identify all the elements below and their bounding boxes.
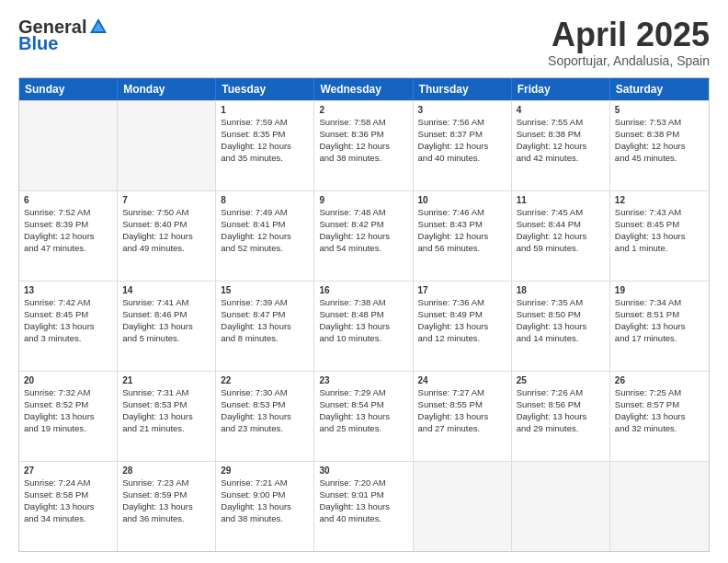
logo-blue-text: Blue	[18, 33, 58, 54]
calendar-cell: 28Sunrise: 7:23 AMSunset: 8:59 PMDayligh…	[118, 462, 216, 551]
day-detail: Daylight: 13 hours	[221, 501, 309, 513]
day-detail: and 8 minutes.	[221, 333, 309, 345]
calendar-row-0: 1Sunrise: 7:59 AMSunset: 8:35 PMDaylight…	[19, 100, 709, 190]
day-detail: and 3 minutes.	[24, 333, 112, 345]
day-detail: Sunset: 8:36 PM	[319, 129, 407, 141]
day-detail: Sunset: 8:37 PM	[418, 129, 506, 141]
day-detail: and 32 minutes.	[615, 423, 704, 435]
day-number: 10	[418, 194, 506, 207]
day-number: 21	[122, 374, 210, 387]
calendar-cell: 19Sunrise: 7:34 AMSunset: 8:51 PMDayligh…	[610, 282, 709, 371]
day-detail: Sunrise: 7:48 AM	[319, 207, 407, 219]
calendar-row-1: 6Sunrise: 7:52 AMSunset: 8:39 PMDaylight…	[19, 190, 709, 281]
day-number: 23	[319, 374, 407, 387]
day-detail: and 59 minutes.	[517, 243, 605, 255]
header-sunday: Sunday	[19, 78, 118, 100]
day-detail: Sunset: 9:00 PM	[221, 489, 309, 501]
day-number: 8	[221, 194, 309, 207]
page: General Blue April 2025 Soportujar, Anda…	[0, 0, 728, 563]
calendar-body: 1Sunrise: 7:59 AMSunset: 8:35 PMDaylight…	[19, 100, 709, 551]
day-detail: Daylight: 13 hours	[517, 321, 605, 333]
day-detail: and 19 minutes.	[24, 423, 112, 435]
day-number: 29	[221, 465, 309, 477]
day-number: 2	[319, 104, 407, 117]
day-detail: Sunset: 8:38 PM	[517, 129, 605, 141]
day-detail: Sunrise: 7:43 AM	[615, 207, 704, 219]
day-detail: Sunrise: 7:58 AM	[319, 117, 407, 129]
day-detail: Sunset: 8:54 PM	[319, 399, 407, 411]
day-detail: and 38 minutes.	[319, 153, 407, 165]
calendar-cell: 5Sunrise: 7:53 AMSunset: 8:38 PMDaylight…	[610, 101, 709, 190]
day-detail: Sunrise: 7:29 AM	[319, 387, 407, 399]
calendar-cell	[414, 462, 512, 551]
day-detail: Sunset: 8:53 PM	[122, 399, 210, 411]
calendar-cell: 2Sunrise: 7:58 AMSunset: 8:36 PMDaylight…	[314, 101, 413, 190]
calendar-cell: 12Sunrise: 7:43 AMSunset: 8:45 PMDayligh…	[610, 191, 709, 281]
day-detail: Sunrise: 7:30 AM	[221, 387, 309, 399]
day-number: 12	[615, 194, 704, 207]
day-number: 6	[24, 194, 112, 207]
day-detail: Daylight: 13 hours	[122, 321, 210, 333]
day-detail: Sunrise: 7:38 AM	[319, 297, 407, 309]
title-block: April 2025 Soportujar, Andalusia, Spain	[548, 17, 710, 68]
day-detail: Sunset: 8:53 PM	[221, 399, 309, 411]
day-detail: Sunrise: 7:59 AM	[221, 117, 309, 129]
day-detail: and 45 minutes.	[615, 153, 704, 165]
calendar-cell: 17Sunrise: 7:36 AMSunset: 8:49 PMDayligh…	[414, 282, 512, 371]
calendar-cell: 29Sunrise: 7:21 AMSunset: 9:00 PMDayligh…	[216, 462, 314, 551]
day-detail: Sunrise: 7:26 AM	[517, 387, 605, 399]
day-number: 26	[615, 374, 704, 387]
calendar-cell: 14Sunrise: 7:41 AMSunset: 8:46 PMDayligh…	[118, 282, 216, 371]
calendar-cell: 4Sunrise: 7:55 AMSunset: 8:38 PMDaylight…	[512, 101, 610, 190]
day-detail: Sunset: 8:45 PM	[24, 309, 112, 321]
day-detail: Sunset: 8:38 PM	[615, 129, 704, 141]
calendar-cell	[610, 462, 709, 551]
day-detail: Sunrise: 7:21 AM	[221, 477, 309, 489]
day-number: 18	[517, 284, 605, 297]
calendar-cell: 22Sunrise: 7:30 AMSunset: 8:53 PMDayligh…	[216, 372, 314, 461]
calendar-cell: 27Sunrise: 7:24 AMSunset: 8:58 PMDayligh…	[19, 462, 118, 551]
day-detail: Sunset: 9:01 PM	[319, 489, 407, 501]
day-detail: Sunset: 8:45 PM	[615, 219, 704, 231]
day-detail: Daylight: 13 hours	[122, 411, 210, 423]
day-number: 24	[418, 374, 506, 387]
header-monday: Monday	[118, 78, 216, 100]
day-detail: Sunrise: 7:50 AM	[122, 207, 210, 219]
day-detail: Daylight: 12 hours	[418, 141, 506, 153]
day-detail: Sunrise: 7:41 AM	[122, 297, 210, 309]
day-number: 22	[221, 374, 309, 387]
day-detail: Daylight: 13 hours	[24, 321, 112, 333]
day-detail: Sunset: 8:46 PM	[122, 309, 210, 321]
day-detail: and 1 minute.	[615, 243, 704, 255]
calendar-cell: 30Sunrise: 7:20 AMSunset: 9:01 PMDayligh…	[314, 462, 413, 551]
day-detail: Daylight: 13 hours	[24, 411, 112, 423]
day-detail: Sunrise: 7:42 AM	[24, 297, 112, 309]
day-number: 20	[24, 374, 112, 387]
day-detail: Sunset: 8:58 PM	[24, 489, 112, 501]
day-number: 30	[319, 465, 407, 477]
day-detail: and 49 minutes.	[122, 243, 210, 255]
day-detail: Sunrise: 7:23 AM	[122, 477, 210, 489]
day-detail: and 47 minutes.	[24, 243, 112, 255]
day-detail: and 12 minutes.	[418, 333, 506, 345]
day-detail: and 17 minutes.	[615, 333, 704, 345]
day-detail: Sunset: 8:43 PM	[418, 219, 506, 231]
header-saturday: Saturday	[610, 78, 709, 100]
day-detail: and 36 minutes.	[122, 513, 210, 525]
day-number: 5	[615, 104, 704, 117]
calendar-cell: 11Sunrise: 7:45 AMSunset: 8:44 PMDayligh…	[512, 191, 610, 281]
day-detail: Sunrise: 7:27 AM	[418, 387, 506, 399]
calendar-cell	[118, 101, 216, 190]
day-detail: Daylight: 13 hours	[418, 411, 506, 423]
day-detail: and 23 minutes.	[221, 423, 309, 435]
day-detail: Sunrise: 7:32 AM	[24, 387, 112, 399]
day-detail: Daylight: 12 hours	[221, 141, 309, 153]
day-detail: Daylight: 12 hours	[24, 231, 112, 243]
day-detail: Sunrise: 7:53 AM	[615, 117, 704, 129]
day-detail: Sunrise: 7:46 AM	[418, 207, 506, 219]
day-detail: and 52 minutes.	[221, 243, 309, 255]
day-detail: Sunrise: 7:34 AM	[615, 297, 704, 309]
month-title: April 2025	[548, 17, 710, 53]
calendar-cell: 18Sunrise: 7:35 AMSunset: 8:50 PMDayligh…	[512, 282, 610, 371]
day-detail: Sunrise: 7:24 AM	[24, 477, 112, 489]
